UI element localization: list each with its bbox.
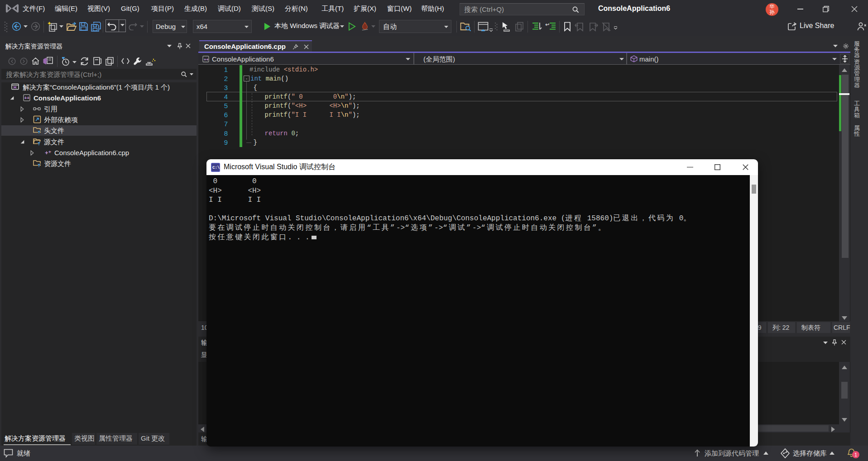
svg-text:↩: ↩ — [545, 22, 549, 27]
svg-text:++: ++ — [204, 57, 209, 62]
svg-text:++: ++ — [24, 95, 30, 100]
svg-text:C:\: C:\ — [212, 166, 220, 170]
svg-text:+⁺: +⁺ — [45, 149, 52, 156]
